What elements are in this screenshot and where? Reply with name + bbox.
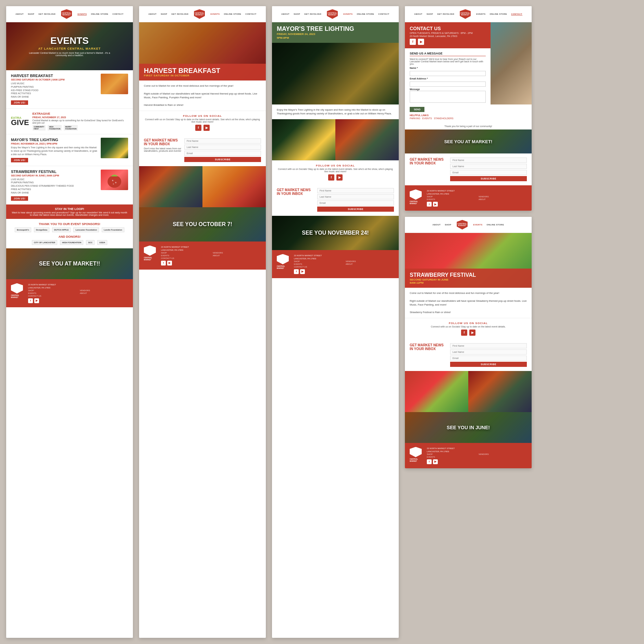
nav-store-s1[interactable]: ONLINE STORE bbox=[486, 224, 504, 226]
nav-store-h[interactable]: ONLINE STORE bbox=[224, 13, 241, 15]
nav-shop-h[interactable]: SHOP bbox=[161, 13, 167, 15]
fl-events-m[interactable]: EVENTS bbox=[294, 263, 342, 265]
fl-about-m[interactable]: ABOUT bbox=[346, 263, 394, 265]
fl-about-h[interactable]: ABOUT bbox=[213, 255, 261, 257]
site-logo-c[interactable]: CENTRALMARKET bbox=[458, 9, 472, 19]
contact-address: 23 North Market Street, Lancaster, PA 17… bbox=[410, 35, 486, 37]
site-logo[interactable]: CENTRALMARKET bbox=[60, 9, 73, 19]
nl-lastname-mayors[interactable] bbox=[317, 194, 394, 199]
instagram-icon-harvest[interactable]: ▶ bbox=[203, 125, 210, 131]
nav-getinvolved-c[interactable]: GET INVOLVED bbox=[437, 13, 454, 15]
nl-sub-straw1[interactable]: SUBSCRIBE bbox=[450, 362, 527, 367]
fb-footer-s1[interactable]: f bbox=[427, 459, 432, 464]
nl-subscribe-contact[interactable]: SUBSCRIBE bbox=[450, 176, 527, 181]
nav-about-h[interactable]: ABOUT bbox=[148, 13, 157, 15]
nav-contact-m[interactable]: CONTACT bbox=[378, 13, 389, 15]
nl-subscribe-harvest[interactable]: SUBSCRIBE bbox=[184, 157, 261, 162]
footer-link-about[interactable]: ABOUT bbox=[80, 292, 128, 294]
nav-events-h[interactable]: EVENTS bbox=[210, 13, 220, 15]
nl-firstname-mayors[interactable] bbox=[317, 188, 394, 193]
mayors-join-btn[interactable]: JOIN US! bbox=[11, 158, 28, 162]
nav-store-c[interactable]: ONLINE STORE bbox=[490, 13, 507, 15]
fb-contact-icon[interactable]: f bbox=[410, 39, 416, 45]
footer-link-contact[interactable]: CONTACT US bbox=[28, 295, 76, 297]
fl-shop-c[interactable]: SHOP bbox=[427, 196, 475, 198]
fl-shop-h[interactable]: SHOP bbox=[161, 252, 209, 254]
fb-straw1[interactable]: f bbox=[461, 330, 467, 336]
nl-lastname-contact[interactable] bbox=[450, 164, 527, 169]
nl-email-harvest[interactable] bbox=[184, 151, 261, 156]
nav-about-s1[interactable]: ABOUT bbox=[433, 224, 441, 226]
strawberry-join-btn[interactable]: JOIN US! bbox=[11, 196, 28, 201]
site-logo-m[interactable]: CENTRALMARKET bbox=[325, 9, 339, 19]
nav-contact[interactable]: CONTACT bbox=[112, 13, 123, 15]
nl-email-contact[interactable] bbox=[450, 170, 527, 175]
nl-em-straw1[interactable] bbox=[450, 356, 527, 361]
fb-footer-m[interactable]: f bbox=[294, 269, 299, 274]
fl-vendors-h[interactable]: VENDORS bbox=[213, 252, 261, 254]
nav-online-store[interactable]: ONLINE STORE bbox=[91, 13, 108, 15]
nav-shop-m[interactable]: SHOP bbox=[294, 13, 300, 15]
nav-events-s1[interactable]: EVENTS bbox=[473, 224, 482, 226]
fl-vendors-s1[interactable]: VENDORS bbox=[479, 453, 527, 455]
footer-link-vendors[interactable]: VENDORS bbox=[80, 289, 128, 292]
fl-contact-m[interactable]: CONTACT US bbox=[294, 266, 342, 268]
nav-shop[interactable]: SHOP bbox=[28, 13, 34, 15]
fb-footer-c[interactable]: f bbox=[427, 202, 432, 207]
instagram-footer-icon[interactable]: ▶ bbox=[34, 298, 39, 303]
footer-link-events[interactable]: EVENTS bbox=[28, 292, 76, 294]
nav-contact-c[interactable]: CONTACT bbox=[511, 13, 522, 15]
fl-events-s1[interactable]: EVENTS bbox=[427, 456, 475, 458]
site-logo-h[interactable]: CENTRALMARKET bbox=[193, 9, 206, 19]
nl-firstname-contact[interactable] bbox=[450, 158, 527, 163]
nav-about[interactable]: ABOUT bbox=[15, 13, 24, 15]
fl-about-c[interactable]: ABOUT bbox=[479, 198, 527, 200]
nav-events-c[interactable]: EVENTS bbox=[476, 13, 485, 15]
footer-link-shop[interactable]: SHOP bbox=[28, 289, 76, 292]
ig-footer-s1[interactable]: ▶ bbox=[433, 459, 438, 464]
nav-events[interactable]: EVENTS bbox=[77, 13, 87, 15]
instagram-icon-mayors[interactable]: ▶ bbox=[336, 174, 343, 181]
contact-submit-btn[interactable]: SEND bbox=[410, 107, 424, 112]
nav-contact-h[interactable]: CONTACT bbox=[245, 13, 256, 15]
name-input[interactable] bbox=[410, 71, 486, 76]
nl-ln-straw1[interactable] bbox=[450, 349, 527, 355]
nav-about-c[interactable]: ABOUT bbox=[414, 13, 422, 15]
ig-straw1[interactable]: ▶ bbox=[469, 330, 475, 336]
ig-footer-m[interactable]: ▶ bbox=[300, 269, 305, 274]
nl-email-mayors[interactable] bbox=[317, 200, 394, 206]
fl-vendors-m[interactable]: VENDORS bbox=[346, 260, 394, 262]
facebook-icon-harvest[interactable]: f bbox=[195, 125, 201, 131]
ig-contact-icon[interactable]: ▶ bbox=[418, 39, 424, 45]
nav-get-involved[interactable]: GET INVOLVED bbox=[38, 13, 55, 15]
facebook-footer-icon[interactable]: f bbox=[28, 298, 33, 303]
fl-events-h[interactable]: EVENTS bbox=[161, 255, 209, 257]
site-logo-s1[interactable]: CENTRALMARKET bbox=[455, 220, 469, 230]
nav-shop-c[interactable]: SHOP bbox=[426, 13, 433, 15]
nav-getinvolved-h[interactable]: GET INVOLVED bbox=[171, 13, 188, 15]
fl-shop-s1[interactable]: SHOP bbox=[427, 453, 475, 455]
fl-events-c[interactable]: EVENTS bbox=[427, 198, 475, 200]
nav-getinvolved-m[interactable]: GET INVOLVED bbox=[304, 13, 321, 15]
nav-shop-s1[interactable]: SHOP bbox=[445, 224, 451, 226]
nl-firstname-harvest[interactable] bbox=[184, 138, 261, 144]
nl-fn-straw1[interactable] bbox=[450, 343, 527, 348]
fl-vendors-c[interactable]: VENDORS bbox=[479, 196, 527, 198]
harvest-join-btn[interactable]: JOIN US! bbox=[11, 100, 28, 105]
ig-footer-c[interactable]: ▶ bbox=[433, 202, 438, 207]
fb-footer-h[interactable]: f bbox=[161, 261, 166, 265]
link-events[interactable]: EVENTS bbox=[422, 117, 432, 120]
email-input[interactable] bbox=[410, 82, 486, 87]
nl-subscribe-mayors[interactable]: SUBSCRIBE bbox=[317, 207, 394, 212]
nav-store-m[interactable]: ONLINE STORE bbox=[357, 13, 374, 15]
fl-shop-m[interactable]: SHOP bbox=[294, 260, 342, 262]
nav-about-m[interactable]: ABOUT bbox=[281, 13, 289, 15]
ig-footer-h[interactable]: ▶ bbox=[167, 261, 172, 265]
fl-contact-h[interactable]: CONTACT US bbox=[161, 257, 209, 259]
message-input[interactable] bbox=[410, 91, 486, 103]
nl-lastname-harvest[interactable] bbox=[184, 145, 261, 150]
nav-events-m[interactable]: EVENTS bbox=[343, 13, 352, 15]
link-standholders[interactable]: STANDHOLDERS bbox=[434, 117, 454, 120]
link-parking[interactable]: PARKING bbox=[410, 117, 420, 120]
facebook-icon-mayors[interactable]: f bbox=[328, 174, 334, 181]
